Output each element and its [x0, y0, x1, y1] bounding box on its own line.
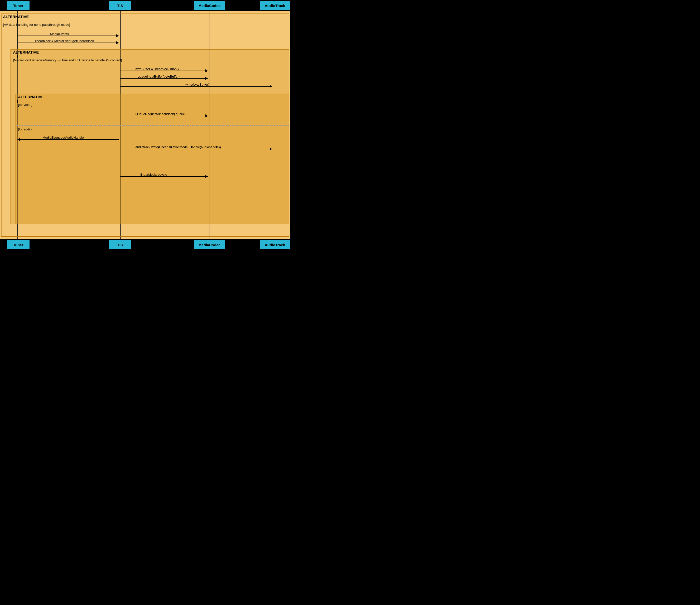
lifeline-header-mediacodec: MediaCodec: [194, 1, 225, 10]
alt-label-2: ALTERNATIVE: [13, 50, 39, 54]
lifeline-footer-audiotrack: AudioTrack: [260, 240, 290, 249]
main-content: ALTERNATIVE [AV data handling for none p…: [0, 11, 290, 239]
dashed-divider: [17, 125, 290, 126]
arrow-bytebuffer-map: byteBuffer = linearblock.map(): [120, 68, 209, 73]
sequence-diagram: Tuner TIS MediaCodec AudioTrack ALTERNAT…: [0, 0, 290, 250]
alt3-tick: [17, 100, 18, 103]
alt-condition-1: [AV data handling for none passthrough m…: [3, 23, 70, 27]
header-bar: Tuner TIS MediaCodec AudioTrack: [0, 0, 290, 11]
footer-bar: Tuner TIS MediaCodec AudioTrack: [0, 239, 290, 250]
alt1-tick: [17, 20, 18, 23]
arrow-queue-input: queueInputBuffer(byteBuffer): [120, 76, 209, 80]
arrow-linearblock-recycle: linearblock.recycle: [120, 174, 209, 179]
alt2-tick: [17, 55, 18, 58]
arrow-linearblock: linearblock = MediaEvent.getLinearBlock: [18, 40, 120, 45]
alt-condition-2: [MediaEvent.isSecureMemory == true and T…: [13, 58, 122, 62]
lifeline-footer-mediacodec: MediaCodec: [194, 240, 225, 249]
alt-label-3: ALTERNATIVE: [18, 95, 44, 99]
alt-label-1: ALTERNATIVE: [3, 15, 29, 19]
alt-condition-3-video: [for video]: [18, 103, 32, 106]
alt-condition-3-audio: [for audio]: [18, 127, 32, 131]
arrow-audiotrack-write: audiotrack.write(EncapsulationMode_Handl…: [120, 146, 273, 151]
lifeline-footer-tis: TIS: [109, 240, 131, 249]
arrow-queue-request: QueueRequest(linearblock).queue: [120, 113, 209, 118]
arrow-write-bytebuffer: write(byteBuffer): [120, 83, 273, 89]
lifeline-footer-tuner: Tuner: [7, 240, 29, 249]
lifeline-header-audiotrack: AudioTrack: [260, 1, 290, 10]
lifeline-header-tuner: Tuner: [7, 1, 29, 10]
lifeline-header-tis: TIS: [109, 1, 131, 10]
arrow-mediaevents: MediaEvents: [18, 33, 120, 38]
arrow-get-audio-handle: MediaEvent.getAudioHandle: [18, 137, 120, 142]
